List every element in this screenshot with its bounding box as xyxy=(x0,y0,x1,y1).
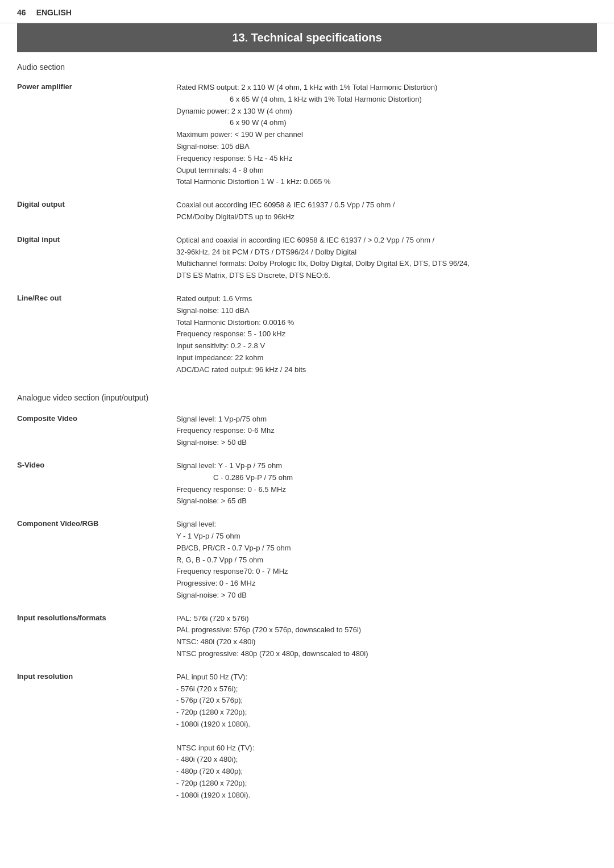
page-header: 46 ENGLISH xyxy=(0,0,614,23)
language-label: ENGLISH xyxy=(36,8,72,17)
spec-value-digital-output: Coaxial out according IEC 60958 & IEC 61… xyxy=(176,199,597,223)
spec-value-component-video: Signal level: Y - 1 Vp-p / 75 ohm PB/CB,… xyxy=(176,519,597,602)
spec-value-digital-input: Optical and coaxial in according IEC 609… xyxy=(176,235,597,282)
section-title: 13. Technical specifications xyxy=(17,23,597,52)
spec-row-component-video: Component Video/RGB Signal level: Y - 1 … xyxy=(17,513,597,607)
spec-value-composite-video: Signal level: 1 Vp-p/75 ohm Frequency re… xyxy=(176,414,597,449)
analogue-video-section: Analogue video section (input/output) Co… xyxy=(17,393,597,807)
spec-row-digital-output: Digital output Coaxial out according IEC… xyxy=(17,194,597,229)
analogue-video-heading: Analogue video section (input/output) xyxy=(17,393,597,404)
spec-value-input-resolutions: PAL: 576i (720 x 576i) PAL progressive: … xyxy=(176,613,597,660)
spec-row-digital-input: Digital input Optical and coaxial in acc… xyxy=(17,229,597,287)
spec-row-composite-video: Composite Video Signal level: 1 Vp-p/75 … xyxy=(17,408,597,454)
spec-label-line-rec-out: Line/Rec out xyxy=(17,293,176,302)
spec-value-line-rec-out: Rated output: 1.6 Vrms Signal-noise: 110… xyxy=(176,293,597,376)
main-content: 13. Technical specifications Audio secti… xyxy=(0,23,614,824)
spec-label-digital-output: Digital output xyxy=(17,199,176,208)
spec-value-s-video: Signal level: Y - 1 Vp-p / 75 ohm C - 0.… xyxy=(176,460,597,507)
spec-row-input-resolutions: Input resolutions/formats PAL: 576i (720… xyxy=(17,607,597,666)
spec-row-power-amplifier: Power amplifier Rated RMS output: 2 x 11… xyxy=(17,76,597,194)
spec-label-s-video: S-Video xyxy=(17,460,176,469)
spec-label-composite-video: Composite Video xyxy=(17,414,176,423)
spec-value-power-amplifier: Rated RMS output: 2 x 110 W (4 ohm, 1 kH… xyxy=(176,82,597,188)
spec-row-input-resolution: Input resolution PAL input 50 Hz (TV): -… xyxy=(17,666,597,807)
spec-label-input-resolutions: Input resolutions/formats xyxy=(17,613,176,622)
spec-value-input-resolution: PAL input 50 Hz (TV): - 576i (720 x 576i… xyxy=(176,671,597,802)
spec-row-line-rec-out: Line/Rec out Rated output: 1.6 Vrms Sign… xyxy=(17,287,597,382)
spec-label-input-resolution: Input resolution xyxy=(17,671,176,681)
spec-row-s-video: S-Video Signal level: Y - 1 Vp-p / 75 oh… xyxy=(17,454,597,513)
spec-label-component-video: Component Video/RGB xyxy=(17,519,176,528)
page-number: 46 xyxy=(17,8,26,17)
spec-label-power-amplifier: Power amplifier xyxy=(17,82,176,91)
spec-label-digital-input: Digital input xyxy=(17,235,176,244)
audio-section: Audio section Power amplifier Rated RMS … xyxy=(17,62,597,382)
audio-section-heading: Audio section xyxy=(17,62,597,72)
